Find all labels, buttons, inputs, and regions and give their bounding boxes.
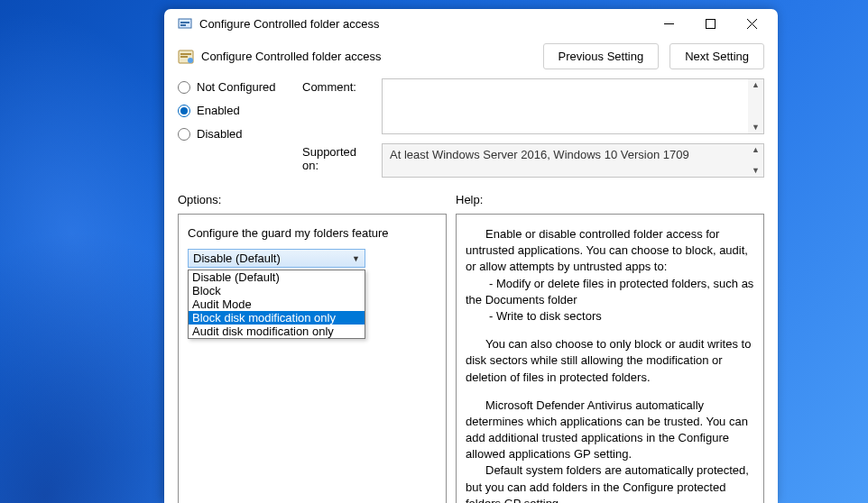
supported-on-value: At least Windows Server 2016, Windows 10…	[383, 144, 748, 177]
help-text: Enable or disable controlled folder acce…	[466, 226, 754, 503]
radio-label: Enabled	[197, 104, 240, 117]
dropdown-option[interactable]: Audit Mode	[189, 297, 365, 311]
maximize-button[interactable]	[689, 9, 731, 38]
dropdown-option[interactable]: Block	[189, 284, 365, 297]
radio-label: Not Configured	[197, 80, 275, 94]
dropdown-option[interactable]: Audit disk modification only	[189, 325, 365, 338]
scroll-up-icon: ▲	[752, 81, 760, 89]
radio-enabled[interactable]: Enabled	[178, 104, 286, 117]
policy-icon	[178, 49, 194, 65]
guard-mode-select[interactable]: Disable (Default) ▼	[188, 249, 365, 268]
app-icon	[178, 16, 192, 31]
scroll-down-icon: ▼	[752, 123, 760, 132]
minimize-button[interactable]	[648, 9, 689, 38]
close-button[interactable]	[731, 9, 772, 38]
comment-textarea[interactable]: ▲ ▼	[382, 78, 764, 134]
toolbar: Configure Controlled folder access Previ…	[164, 38, 778, 78]
svg-rect-9	[180, 56, 188, 58]
state-radio-group: Not Configured Enabled Disabled	[178, 78, 286, 178]
scrollbar[interactable]: ▲ ▼	[748, 79, 763, 133]
comment-label: Comment:	[302, 78, 373, 134]
scrollbar[interactable]: ▲ ▼	[748, 144, 763, 177]
svg-rect-4	[706, 19, 715, 28]
help-label: Help:	[456, 193, 483, 206]
scroll-up-icon: ▲	[752, 146, 760, 154]
configure-label: Configure the guard my folders feature	[188, 226, 437, 240]
radio-not-configured[interactable]: Not Configured	[178, 80, 286, 94]
svg-point-10	[188, 58, 193, 63]
toolbar-heading: Configure Controlled folder access	[201, 50, 381, 63]
chevron-down-icon: ▼	[352, 254, 360, 263]
title-bar: Configure Controlled folder access	[164, 9, 778, 38]
scroll-down-icon: ▼	[752, 167, 760, 175]
next-setting-button[interactable]: Next Setting	[669, 43, 764, 69]
radio-label: Disabled	[197, 127, 243, 141]
dropdown-option[interactable]: Block disk modification only	[189, 311, 365, 325]
supported-on-box: At least Windows Server 2016, Windows 10…	[382, 143, 764, 178]
options-label: Options:	[178, 193, 456, 206]
dropdown-option[interactable]: Disable (Default)	[189, 270, 365, 284]
guard-mode-dropdown: Disable (Default)BlockAudit ModeBlock di…	[188, 270, 365, 339]
help-panel: Enable or disable controlled folder acce…	[456, 214, 764, 503]
policy-editor-window: Configure Controlled folder access Confi…	[164, 9, 778, 503]
options-panel: Configure the guard my folders feature D…	[178, 214, 447, 503]
previous-setting-button[interactable]: Previous Setting	[543, 43, 660, 69]
select-value: Disable (Default)	[193, 252, 281, 265]
svg-rect-8	[180, 53, 191, 55]
window-title: Configure Controlled folder access	[199, 17, 379, 31]
supported-label: Supported on:	[302, 143, 373, 178]
svg-rect-1	[180, 22, 189, 23]
radio-disabled[interactable]: Disabled	[178, 127, 286, 141]
svg-rect-2	[180, 24, 186, 26]
